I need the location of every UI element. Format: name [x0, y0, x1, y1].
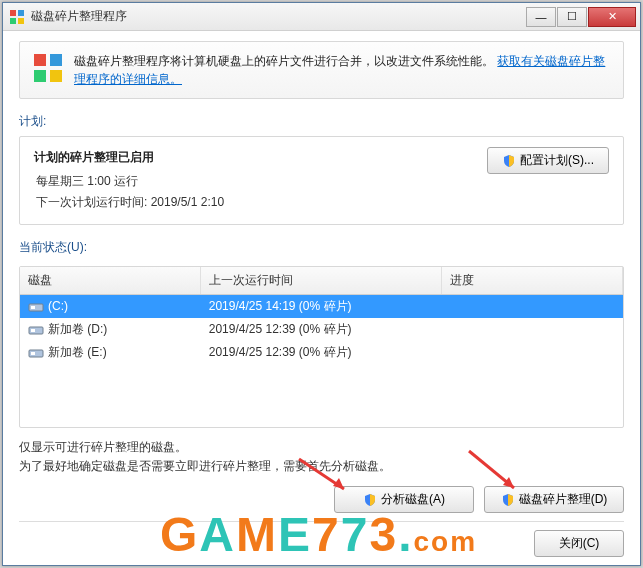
defrag-app-icon [9, 9, 25, 25]
shield-icon [363, 493, 377, 507]
col-disk[interactable]: 磁盘 [20, 267, 201, 295]
divider [19, 521, 624, 522]
disk-table: 磁盘 上一次运行时间 进度 (C:)2019/4/25 14:19 (0% 碎片… [20, 267, 623, 364]
disk-icon [28, 301, 44, 313]
close-button[interactable]: ✕ [588, 7, 636, 27]
footer-line1: 仅显示可进行碎片整理的磁盘。 [19, 438, 624, 457]
disk-list-area: 磁盘 上一次运行时间 进度 (C:)2019/4/25 14:19 (0% 碎片… [19, 266, 624, 428]
info-description: 磁盘碎片整理程序将计算机硬盘上的碎片文件进行合并，以改进文件系统性能。 [74, 54, 494, 68]
window: 磁盘碎片整理程序 — ☐ ✕ 磁盘碎片整理程序将计算机硬盘上的碎片文件进行合并，… [2, 2, 641, 566]
content-area: 磁盘碎片整理程序将计算机硬盘上的碎片文件进行合并，以改进文件系统性能。 获取有关… [3, 31, 640, 565]
svg-rect-7 [50, 70, 62, 82]
analyze-disk-label: 分析磁盘(A) [381, 491, 445, 508]
window-title: 磁盘碎片整理程序 [31, 8, 525, 25]
lastrun-cell: 2019/4/25 12:39 (0% 碎片) [201, 318, 442, 341]
table-row[interactable]: (C:)2019/4/25 14:19 (0% 碎片) [20, 294, 623, 318]
action-buttons: 分析磁盘(A) 磁盘碎片整理(D) [19, 486, 624, 513]
info-text: 磁盘碎片整理程序将计算机硬盘上的碎片文件进行合并，以改进文件系统性能。 获取有关… [74, 52, 611, 88]
disk-cell: 新加卷 (E:) [20, 341, 201, 364]
status-label: 当前状态(U): [19, 239, 624, 256]
configure-schedule-button[interactable]: 配置计划(S)... [487, 147, 609, 174]
shield-icon [502, 154, 516, 168]
svg-rect-4 [34, 54, 46, 66]
progress-cell [442, 318, 623, 341]
titlebar-buttons: — ☐ ✕ [525, 7, 636, 27]
svg-rect-0 [10, 10, 16, 16]
col-lastrun[interactable]: 上一次运行时间 [201, 267, 442, 295]
analyze-disk-button[interactable]: 分析磁盘(A) [334, 486, 474, 513]
configure-schedule-label: 配置计划(S)... [520, 152, 594, 169]
close-dialog-label: 关闭(C) [559, 535, 600, 552]
svg-rect-3 [18, 18, 24, 24]
disk-cell: 新加卷 (D:) [20, 318, 201, 341]
minimize-button[interactable]: — [526, 7, 556, 27]
svg-rect-13 [31, 352, 35, 355]
close-dialog-button[interactable]: 关闭(C) [534, 530, 624, 557]
table-row[interactable]: 新加卷 (E:)2019/4/25 12:39 (0% 碎片) [20, 341, 623, 364]
svg-rect-6 [34, 70, 46, 82]
schedule-label: 计划: [19, 113, 624, 130]
schedule-info: 计划的碎片整理已启用 每星期三 1:00 运行 下一次计划运行时间: 2019/… [34, 147, 224, 214]
info-box: 磁盘碎片整理程序将计算机硬盘上的碎片文件进行合并，以改进文件系统性能。 获取有关… [19, 41, 624, 99]
lastrun-cell: 2019/4/25 12:39 (0% 碎片) [201, 341, 442, 364]
shield-icon [501, 493, 515, 507]
titlebar: 磁盘碎片整理程序 — ☐ ✕ [3, 3, 640, 31]
defrag-disk-label: 磁盘碎片整理(D) [519, 491, 608, 508]
defrag-disk-button[interactable]: 磁盘碎片整理(D) [484, 486, 624, 513]
disk-icon [28, 347, 44, 359]
disk-cell: (C:) [20, 294, 201, 318]
defrag-large-icon [32, 52, 64, 84]
footer-line2: 为了最好地确定磁盘是否需要立即进行碎片整理，需要首先分析磁盘。 [19, 457, 624, 476]
svg-rect-11 [31, 329, 35, 332]
table-row[interactable]: 新加卷 (D:)2019/4/25 12:39 (0% 碎片) [20, 318, 623, 341]
close-row: 关闭(C) [19, 530, 624, 557]
schedule-box: 计划的碎片整理已启用 每星期三 1:00 运行 下一次计划运行时间: 2019/… [19, 136, 624, 225]
svg-rect-1 [18, 10, 24, 16]
col-progress[interactable]: 进度 [442, 267, 623, 295]
progress-cell [442, 294, 623, 318]
svg-rect-2 [10, 18, 16, 24]
schedule-frequency: 每星期三 1:00 运行 [34, 171, 224, 193]
svg-rect-9 [31, 306, 35, 309]
schedule-title: 计划的碎片整理已启用 [34, 147, 224, 169]
maximize-button[interactable]: ☐ [557, 7, 587, 27]
disk-table-wrap: 磁盘 上一次运行时间 进度 (C:)2019/4/25 14:19 (0% 碎片… [20, 267, 623, 427]
lastrun-cell: 2019/4/25 14:19 (0% 碎片) [201, 294, 442, 318]
schedule-next-run: 下一次计划运行时间: 2019/5/1 2:10 [34, 192, 224, 214]
disk-icon [28, 324, 44, 336]
progress-cell [442, 341, 623, 364]
svg-rect-5 [50, 54, 62, 66]
footer-info: 仅显示可进行碎片整理的磁盘。 为了最好地确定磁盘是否需要立即进行碎片整理，需要首… [19, 438, 624, 476]
